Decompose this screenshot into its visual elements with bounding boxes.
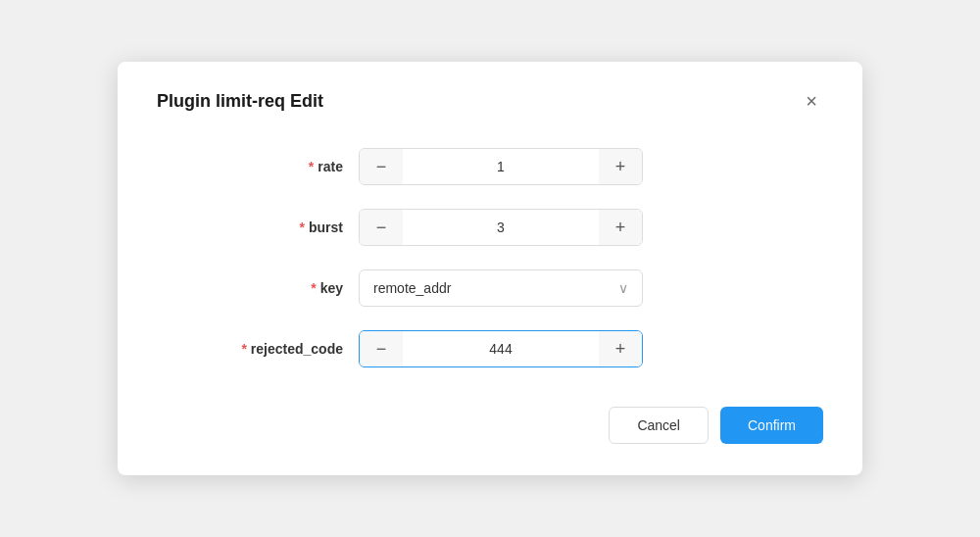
- rejected-code-increment-button[interactable]: +: [599, 331, 642, 366]
- confirm-button[interactable]: Confirm: [720, 407, 823, 444]
- rejected-code-label: * rejected_code: [216, 341, 343, 357]
- key-label: * key: [216, 280, 343, 296]
- rejected-code-label-text: rejected_code: [251, 341, 343, 357]
- rejected-code-input-wrapper: − +: [359, 330, 643, 367]
- rejected-code-required-star: *: [241, 341, 246, 357]
- key-select-value: remote_addr: [373, 280, 618, 296]
- burst-row: * burst − +: [216, 209, 823, 246]
- dialog-header: Plugin limit-req Edit ×: [157, 89, 823, 113]
- rate-label-text: rate: [318, 159, 343, 174]
- burst-value-input[interactable]: [403, 210, 599, 245]
- rate-input-wrapper: − +: [359, 148, 643, 185]
- chevron-down-icon: ∨: [618, 280, 628, 296]
- burst-increment-button[interactable]: +: [599, 210, 642, 245]
- key-label-text: key: [320, 280, 343, 296]
- burst-label: * burst: [216, 220, 343, 235]
- burst-required-star: *: [300, 220, 305, 235]
- key-required-star: *: [311, 280, 316, 296]
- rate-increment-button[interactable]: +: [599, 149, 642, 184]
- close-button[interactable]: ×: [800, 89, 823, 113]
- dialog-footer: Cancel Confirm: [157, 407, 823, 444]
- key-row: * key remote_addr ∨: [216, 269, 823, 307]
- rate-required-star: *: [309, 159, 314, 174]
- dialog-title: Plugin limit-req Edit: [157, 91, 323, 112]
- rate-row: * rate − +: [216, 148, 823, 185]
- rejected-code-decrement-button[interactable]: −: [360, 331, 403, 366]
- plugin-edit-dialog: Plugin limit-req Edit × * rate − + * bur…: [118, 62, 862, 475]
- burst-decrement-button[interactable]: −: [360, 210, 403, 245]
- rejected-code-value-input[interactable]: [403, 331, 599, 366]
- rate-value-input[interactable]: [403, 149, 599, 184]
- rejected-code-row: * rejected_code − +: [216, 330, 823, 367]
- cancel-button[interactable]: Cancel: [609, 407, 709, 444]
- burst-input-wrapper: − +: [359, 209, 643, 246]
- form-body: * rate − + * burst − + *: [157, 148, 823, 367]
- rate-decrement-button[interactable]: −: [360, 149, 403, 184]
- burst-label-text: burst: [309, 220, 343, 235]
- key-select[interactable]: remote_addr ∨: [359, 269, 643, 307]
- rate-label: * rate: [216, 159, 343, 174]
